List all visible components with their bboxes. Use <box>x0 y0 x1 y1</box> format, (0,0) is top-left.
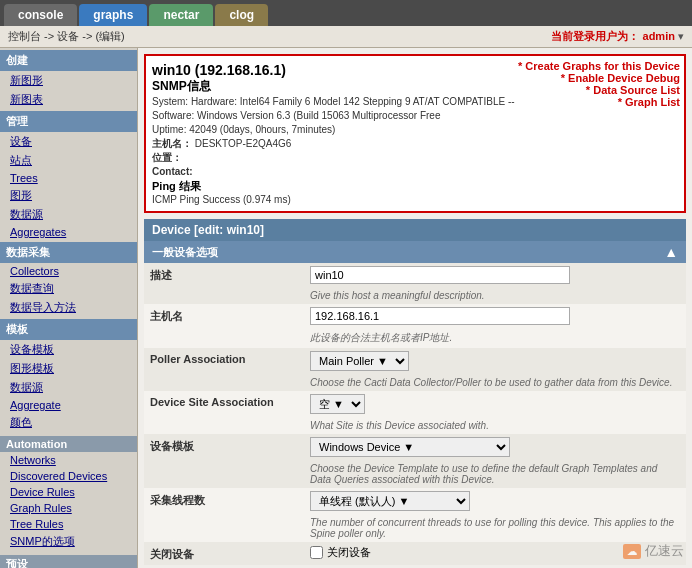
sidebar-item-graphs[interactable]: 图形 <box>0 186 137 205</box>
top-nav: console graphs nectar clog <box>0 0 692 26</box>
breadcrumb: 控制台 -> 设备 -> (编辑) <box>8 29 125 44</box>
sidebar-section-preset: 预设 <box>0 555 137 568</box>
input-hostname[interactable] <box>310 307 570 325</box>
sidebar-item-networks[interactable]: Networks <box>0 452 137 468</box>
form-row-threads: 采集线程数 单线程 (默认人) ▼ <box>144 488 686 514</box>
desc-site: What Site is this Device associated with… <box>304 417 686 434</box>
create-graphs-link[interactable]: * Create Graphs for this Device <box>518 60 680 72</box>
form-row-threads-desc: The number of concurrent threads to use … <box>144 514 686 542</box>
hostname-row: 主机名： DESKTOP-E2QA4G6 <box>152 137 678 151</box>
contact-row: Contact: <box>152 165 678 179</box>
input-cell-description <box>304 263 686 287</box>
watermark-logo: ☁ <box>623 544 641 559</box>
graph-list-link[interactable]: * Graph List <box>518 96 680 108</box>
label-site: Device Site Association <box>144 391 304 417</box>
sidebar-item-datainput[interactable]: 数据导入方法 <box>0 298 137 317</box>
tab-console[interactable]: console <box>4 4 77 26</box>
device-form: 描述 Give this host a meaningful descripti… <box>144 263 686 565</box>
hostname-label: 主机名： <box>152 138 192 149</box>
sidebar-item-collectors[interactable]: Collectors <box>0 263 137 279</box>
contact-label: Contact: <box>152 166 193 177</box>
enable-debug-link[interactable]: * Enable Device Debug <box>518 72 680 84</box>
select-site[interactable]: 空 ▼ <box>310 394 365 414</box>
sidebar-item-graphtemplate[interactable]: 图形模板 <box>0 359 137 378</box>
select-threads[interactable]: 单线程 (默认人) ▼ <box>310 491 470 511</box>
software-info: Software: Windows Version 6.3 (Build 150… <box>152 109 678 123</box>
ping-value: ICMP Ping Success (0.974 ms) <box>152 194 678 205</box>
device-edit-header: Device [edit: win10] <box>144 219 686 241</box>
desc-hostname: 此设备的合法主机名或者IP地址. <box>304 328 686 348</box>
watermark: ☁ 亿速云 <box>623 542 684 560</box>
label-hostname: 主机名 <box>144 304 304 328</box>
input-description[interactable] <box>310 266 570 284</box>
input-cell-template: Windows Device ▼ <box>304 434 686 460</box>
sidebar-section-datacollect: 数据采集 <box>0 242 137 263</box>
sidebar-item-dataquery[interactable]: 数据查询 <box>0 279 137 298</box>
location-row: 位置： <box>152 151 678 165</box>
sidebar: 创建 新图形 新图表 管理 设备 站点 Trees 图形 数据源 Aggrega… <box>0 48 138 568</box>
sidebar-item-newtable[interactable]: 新图表 <box>0 90 137 109</box>
user-info-label: 当前登录用户为： <box>551 30 639 42</box>
sidebar-item-treerules[interactable]: Tree Rules <box>0 516 137 532</box>
sidebar-item-trees[interactable]: Trees <box>0 170 137 186</box>
sidebar-section-automation: Automation <box>0 436 137 452</box>
input-cell-poller: Main Poller ▼ <box>304 348 686 374</box>
sidebar-item-aggregate[interactable]: Aggregate <box>0 397 137 413</box>
data-source-link[interactable]: * Data Source List <box>518 84 680 96</box>
input-cell-site: 空 ▼ <box>304 391 686 417</box>
sidebar-item-snmpoptions[interactable]: SNMP的选项 <box>0 532 137 551</box>
sidebar-item-aggregates[interactable]: Aggregates <box>0 224 137 240</box>
tab-graphs[interactable]: graphs <box>79 4 147 26</box>
form-row-description-desc: Give this host a meaningful description. <box>144 287 686 304</box>
sidebar-item-sites[interactable]: 站点 <box>0 151 137 170</box>
section-header-general: 一般设备选项 ▲ <box>144 241 686 263</box>
sidebar-item-devtemplate[interactable]: 设备模板 <box>0 340 137 359</box>
sidebar-item-discovered[interactable]: Discovered Devices <box>0 468 137 484</box>
select-poller[interactable]: Main Poller ▼ <box>310 351 409 371</box>
sidebar-item-devices[interactable]: 设备 <box>0 132 137 151</box>
username: admin <box>643 30 675 42</box>
form-row-description: 描述 <box>144 263 686 287</box>
sidebar-section-create: 创建 <box>0 50 137 71</box>
label-poller: Poller Association <box>144 348 304 374</box>
main-layout: 创建 新图形 新图表 管理 设备 站点 Trees 图形 数据源 Aggrega… <box>0 48 692 568</box>
sidebar-item-devrules[interactable]: Device Rules <box>0 484 137 500</box>
section-title: 一般设备选项 <box>152 245 218 260</box>
location-label: 位置： <box>152 152 182 163</box>
checkbox-disable-label: 关闭设备 <box>327 545 371 560</box>
breadcrumb-bar: 控制台 -> 设备 -> (编辑) 当前登录用户为： admin ▾ <box>0 26 692 48</box>
tab-clog[interactable]: clog <box>215 4 268 26</box>
form-row-site: Device Site Association 空 ▼ <box>144 391 686 417</box>
form-row-template: 设备模板 Windows Device ▼ <box>144 434 686 460</box>
content-area: win10 (192.168.16.1) SNMP信息 System: Hard… <box>138 48 692 568</box>
device-info-box: win10 (192.168.16.1) SNMP信息 System: Hard… <box>144 54 686 213</box>
user-info: 当前登录用户为： admin ▾ <box>551 29 684 44</box>
desc-poller: Choose the Cacti Data Collector/Poller t… <box>304 374 686 391</box>
desc-description: Give this host a meaningful description. <box>304 287 686 304</box>
sidebar-item-graphrules[interactable]: Graph Rules <box>0 500 137 516</box>
desc-threads: The number of concurrent threads to use … <box>304 514 686 542</box>
input-cell-hostname <box>304 304 686 328</box>
form-row-hostname-desc: 此设备的合法主机名或者IP地址. <box>144 328 686 348</box>
input-cell-threads: 单线程 (默认人) ▼ <box>304 488 686 514</box>
uptime-info: Uptime: 42049 (0days, 0hours, 7minutes) <box>152 123 678 137</box>
form-row-template-desc: Choose the Device Template to use to def… <box>144 460 686 488</box>
label-template: 设备模板 <box>144 434 304 460</box>
checkbox-disable[interactable] <box>310 546 323 559</box>
label-disable: 关闭设备 <box>144 542 304 565</box>
watermark-text: 亿速云 <box>645 542 684 560</box>
form-row-hostname: 主机名 <box>144 304 686 328</box>
label-threads: 采集线程数 <box>144 488 304 514</box>
sidebar-item-datasources[interactable]: 数据源 <box>0 205 137 224</box>
desc-template: Choose the Device Template to use to def… <box>304 460 686 488</box>
sidebar-item-colors[interactable]: 颜色 <box>0 413 137 432</box>
sidebar-item-newgraph[interactable]: 新图形 <box>0 71 137 90</box>
select-template[interactable]: Windows Device ▼ <box>310 437 510 457</box>
sidebar-section-template: 模板 <box>0 319 137 340</box>
section-toggle-icon[interactable]: ▲ <box>664 244 678 260</box>
form-row-poller-desc: Choose the Cacti Data Collector/Poller t… <box>144 374 686 391</box>
sidebar-item-dsource[interactable]: 数据源 <box>0 378 137 397</box>
form-row-disable: 关闭设备 关闭设备 <box>144 542 686 565</box>
quick-links: * Create Graphs for this Device * Enable… <box>518 60 684 108</box>
tab-nectar[interactable]: nectar <box>149 4 213 26</box>
